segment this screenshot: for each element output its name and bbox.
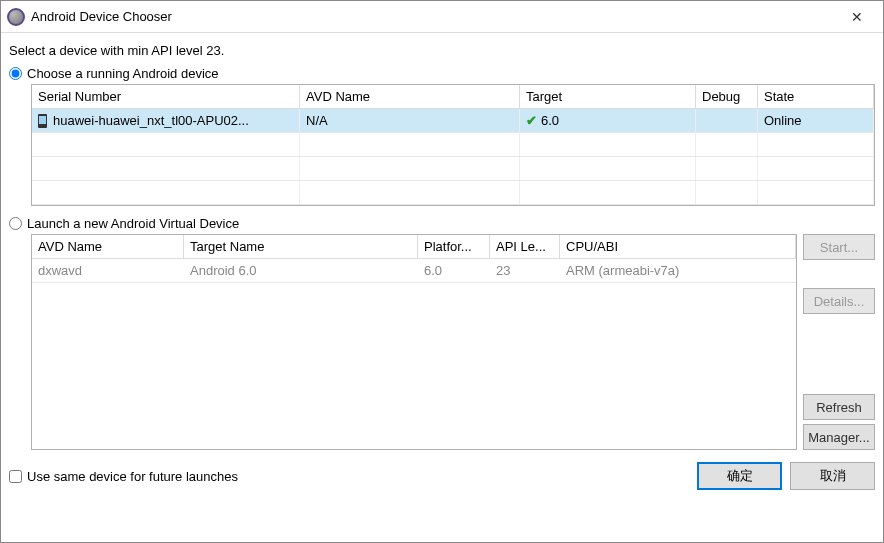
col-cpu[interactable]: CPU/ABI xyxy=(560,235,796,258)
col-state[interactable]: State xyxy=(758,85,874,108)
table-row-empty xyxy=(32,181,874,205)
radio-choose-running[interactable]: Choose a running Android device xyxy=(9,66,875,81)
cell-cpu: ARM (armeabi-v7a) xyxy=(560,259,796,282)
cell-api: 23 xyxy=(490,259,560,282)
cell-platform: 6.0 xyxy=(418,259,490,282)
start-button[interactable]: Start... xyxy=(803,234,875,260)
cell-target: ✔ 6.0 xyxy=(520,109,696,132)
refresh-button[interactable]: Refresh xyxy=(803,394,875,420)
manager-button[interactable]: Manager... xyxy=(803,424,875,450)
table-header: AVD Name Target Name Platfor... API Le..… xyxy=(32,235,796,259)
same-device-checkbox-input[interactable] xyxy=(9,470,22,483)
details-button[interactable]: Details... xyxy=(803,288,875,314)
cell-state: Online xyxy=(758,109,874,132)
close-button[interactable]: ✕ xyxy=(839,5,875,29)
table-row-empty xyxy=(32,133,874,157)
dialog-content: Select a device with min API level 23. C… xyxy=(1,33,883,542)
cell-avdname: dxwavd xyxy=(32,259,184,282)
radio-launch-avd-label: Launch a new Android Virtual Device xyxy=(27,216,239,231)
avd-table[interactable]: AVD Name Target Name Platfor... API Le..… xyxy=(31,234,797,450)
cell-avd: N/A xyxy=(300,109,520,132)
radio-choose-running-input[interactable] xyxy=(9,67,22,80)
cancel-button[interactable]: 取消 xyxy=(790,462,875,490)
table-header: Serial Number AVD Name Target Debug Stat… xyxy=(32,85,874,109)
col-target[interactable]: Target xyxy=(520,85,696,108)
cell-target-text: 6.0 xyxy=(541,113,559,128)
cell-targetname: Android 6.0 xyxy=(184,259,418,282)
col-target-name[interactable]: Target Name xyxy=(184,235,418,258)
col-serial[interactable]: Serial Number xyxy=(32,85,300,108)
cell-debug xyxy=(696,109,758,132)
titlebar: Android Device Chooser ✕ xyxy=(1,1,883,33)
instruction-text: Select a device with min API level 23. xyxy=(9,43,875,58)
cell-serial-text: huawei-huawei_nxt_tl00-APU02... xyxy=(53,113,249,128)
col-api[interactable]: API Le... xyxy=(490,235,560,258)
cell-serial: huawei-huawei_nxt_tl00-APU02... xyxy=(32,109,300,132)
phone-icon xyxy=(38,114,47,128)
eclipse-icon xyxy=(7,8,25,26)
window-title: Android Device Chooser xyxy=(31,9,839,24)
ok-button[interactable]: 确定 xyxy=(697,462,782,490)
col-platform[interactable]: Platfor... xyxy=(418,235,490,258)
radio-launch-avd[interactable]: Launch a new Android Virtual Device xyxy=(9,216,875,231)
same-device-checkbox[interactable]: Use same device for future launches xyxy=(9,469,238,484)
table-row[interactable]: dxwavd Android 6.0 6.0 23 ARM (armeabi-v… xyxy=(32,259,796,283)
table-row[interactable]: huawei-huawei_nxt_tl00-APU02... N/A ✔ 6.… xyxy=(32,109,874,133)
col-avd-name[interactable]: AVD Name xyxy=(32,235,184,258)
running-devices-table[interactable]: Serial Number AVD Name Target Debug Stat… xyxy=(31,84,875,206)
radio-launch-avd-input[interactable] xyxy=(9,217,22,230)
same-device-label: Use same device for future launches xyxy=(27,469,238,484)
check-icon: ✔ xyxy=(526,113,537,128)
col-debug[interactable]: Debug xyxy=(696,85,758,108)
table-row-empty xyxy=(32,157,874,181)
col-avd-name[interactable]: AVD Name xyxy=(300,85,520,108)
radio-choose-running-label: Choose a running Android device xyxy=(27,66,219,81)
